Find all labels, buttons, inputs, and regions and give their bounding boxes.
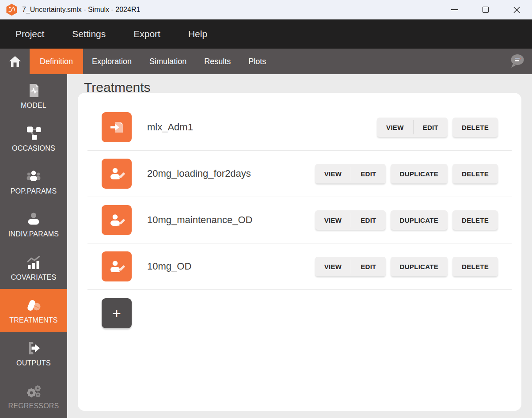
user-edit-icon	[102, 251, 132, 281]
treatment-name: mlx_Adm1	[147, 122, 193, 133]
edit-button[interactable]: EDIT	[351, 257, 385, 276]
tab-results[interactable]: Results	[195, 49, 239, 74]
minimize-icon	[451, 9, 458, 10]
feedback-chat-button[interactable]	[509, 53, 526, 70]
sidebar-item-label: INDIV.PARAMS	[8, 230, 59, 238]
page-title: Treatments	[84, 80, 151, 95]
menubar: Project Settings Export Help	[0, 19, 532, 49]
user-edit-icon	[102, 159, 132, 189]
window-title: 7_Uncertainty.smlx - Simulx - 2024R1	[22, 6, 140, 14]
individual-person-icon	[25, 211, 42, 228]
population-group-icon	[25, 168, 42, 185]
duplicate-button[interactable]: DUPLICATE	[391, 257, 448, 276]
tab-simulation[interactable]: Simulation	[141, 49, 195, 74]
view-edit-group: VIEW EDIT	[377, 118, 448, 137]
view-button[interactable]: VIEW	[315, 257, 351, 276]
menu-settings[interactable]: Settings	[72, 29, 106, 39]
simulx-logo-icon	[6, 3, 18, 16]
chat-bubble-icon	[509, 53, 526, 69]
sidebar-item-label: TREATMENTS	[9, 316, 57, 324]
close-button[interactable]	[501, 0, 532, 19]
sidebar-item-label: OCCASIONS	[12, 144, 55, 152]
row-actions: VIEW EDIT DUPLICATE DELETE	[315, 210, 498, 230]
view-button[interactable]: VIEW	[377, 118, 413, 137]
titlebar: 7_Uncertainty.smlx - Simulx - 2024R1	[0, 0, 532, 19]
window-body: MODEL OCCASIONS	[0, 74, 532, 418]
sidebar-item-label: MODEL	[21, 102, 46, 110]
treatment-name: 20mg_loading_for2days	[147, 168, 251, 179]
user-edit-icon	[102, 205, 132, 235]
row-actions: VIEW EDIT DELETE	[377, 118, 498, 137]
view-edit-group: VIEW EDIT	[315, 164, 386, 183]
add-treatment-row: +	[87, 290, 512, 336]
sidebar-item-treatments[interactable]: TREATMENTS	[0, 289, 67, 332]
treatment-name: 10mg_OD	[147, 261, 191, 272]
view-edit-group: VIEW EDIT	[315, 210, 386, 230]
view-edit-group: VIEW EDIT	[315, 257, 386, 276]
edit-button[interactable]: EDIT	[351, 164, 385, 183]
view-button[interactable]: VIEW	[315, 164, 351, 183]
treatment-row: 10mg_OD VIEW EDIT DUPLICATE DELETE	[87, 243, 512, 290]
sidebar-item-label: OUTPUTS	[16, 359, 51, 367]
sidebar-item-model[interactable]: MODEL	[0, 74, 67, 117]
occasions-nodes-icon	[25, 125, 42, 142]
sidebar-item-regressors[interactable]: REGRESSORS	[0, 375, 67, 418]
delete-button[interactable]: DELETE	[452, 210, 498, 230]
tab-plots[interactable]: Plots	[239, 49, 275, 74]
sidebar-item-label: COVARIATES	[11, 274, 57, 281]
window-controls	[439, 0, 532, 19]
edit-button[interactable]: EDIT	[351, 210, 385, 230]
simulx-window: 7_Uncertainty.smlx - Simulx - 2024R1 Pro…	[0, 0, 532, 418]
sidebar: MODEL OCCASIONS	[0, 74, 67, 418]
sidebar-item-pop-params[interactable]: POP.PARAMS	[0, 160, 67, 203]
tabbar: Definition Exploration Simulation Result…	[0, 49, 532, 74]
model-file-icon	[25, 82, 42, 99]
tab-exploration[interactable]: Exploration	[83, 49, 141, 74]
treatment-row: mlx_Adm1 VIEW EDIT DELETE	[87, 104, 512, 151]
sidebar-item-outputs[interactable]: OUTPUTS	[0, 332, 67, 375]
home-icon	[9, 56, 21, 67]
maximize-button[interactable]	[470, 0, 501, 19]
sidebar-item-label: POP.PARAMS	[11, 187, 57, 195]
outputs-export-icon	[25, 340, 42, 357]
treatments-pills-icon	[25, 297, 42, 314]
sidebar-item-label: REGRESSORS	[8, 402, 59, 410]
minimize-button[interactable]	[439, 0, 470, 19]
edit-button[interactable]: EDIT	[414, 118, 448, 137]
treatment-row: 10mg_maintenance_OD VIEW EDIT DUPLICATE …	[87, 197, 512, 243]
add-treatment-button[interactable]: +	[102, 298, 132, 328]
treatments-card: mlx_Adm1 VIEW EDIT DELETE	[78, 93, 521, 411]
row-actions: VIEW EDIT DUPLICATE DELETE	[315, 257, 498, 276]
duplicate-button[interactable]: DUPLICATE	[391, 210, 448, 230]
delete-button[interactable]: DELETE	[452, 164, 498, 183]
duplicate-button[interactable]: DUPLICATE	[391, 164, 448, 183]
view-button[interactable]: VIEW	[315, 210, 351, 230]
treatment-name: 10mg_maintenance_OD	[147, 214, 252, 226]
regressors-gears-icon	[25, 383, 42, 399]
delete-button[interactable]: DELETE	[452, 257, 498, 276]
main-content: Treatments mlx_Adm1 VIEW	[67, 74, 532, 418]
delete-button[interactable]: DELETE	[452, 118, 498, 137]
home-button[interactable]	[0, 49, 30, 74]
sidebar-item-indiv-params[interactable]: INDIV.PARAMS	[0, 203, 67, 246]
sidebar-item-covariates[interactable]: COVARIATES	[0, 246, 67, 289]
row-actions: VIEW EDIT DUPLICATE DELETE	[315, 164, 498, 183]
treatment-row: 20mg_loading_for2days VIEW EDIT DUPLICAT…	[87, 151, 512, 197]
menu-help[interactable]: Help	[188, 29, 207, 39]
maximize-icon	[483, 7, 489, 13]
dose-import-icon	[102, 112, 132, 142]
tab-definition[interactable]: Definition	[30, 49, 83, 74]
menu-project[interactable]: Project	[15, 29, 44, 39]
menu-export[interactable]: Export	[133, 29, 160, 39]
sidebar-item-occasions[interactable]: OCCASIONS	[0, 117, 67, 160]
close-icon	[513, 6, 521, 14]
covariates-chart-icon	[25, 254, 42, 271]
